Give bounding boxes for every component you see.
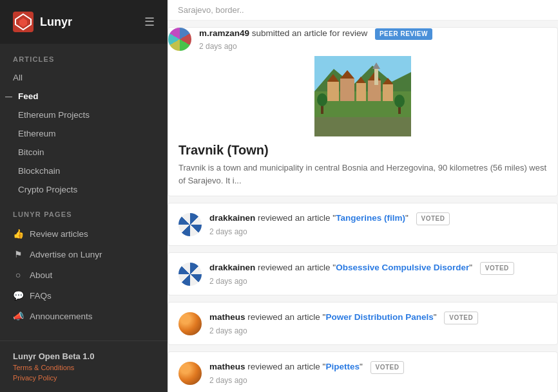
lunyr-logo-icon bbox=[13, 12, 34, 32]
sidebar-item-announcements[interactable]: 📣 Announcements bbox=[0, 306, 168, 326]
article-link-4[interactable]: Power Distribution Panels bbox=[325, 312, 433, 322]
flag-icon: ⚑ bbox=[13, 249, 23, 259]
terms-link[interactable]: Terms & Conditions bbox=[13, 364, 155, 371]
svg-rect-10 bbox=[383, 84, 393, 101]
svg-point-22 bbox=[394, 95, 405, 107]
chat-icon: ○ bbox=[13, 270, 23, 280]
articles-section-label: ARTICLES bbox=[0, 44, 168, 68]
avatar-matheus-1 bbox=[178, 312, 202, 335]
activity-time-4: 2 days ago bbox=[209, 326, 547, 335]
activity-card-3: drakkainen reviewed an article "Obsessiv… bbox=[168, 252, 558, 295]
svg-point-20 bbox=[317, 93, 327, 106]
app-name: Lunyr bbox=[40, 15, 72, 29]
sidebar-item-all[interactable]: All bbox=[0, 68, 168, 87]
travnik-image bbox=[314, 56, 411, 136]
username-4: matheus bbox=[209, 312, 245, 322]
username-1: m.ramzan49 bbox=[199, 28, 249, 38]
sidebar-item-faqs[interactable]: 💬 FAQs bbox=[0, 285, 168, 306]
faq-icon: 💬 bbox=[13, 290, 23, 301]
activity-meta-2: drakkainen reviewed an article "Tangerin… bbox=[209, 212, 547, 236]
sidebar-item-blockchain[interactable]: Blockchain bbox=[0, 162, 168, 180]
sidebar-item-bitcoin[interactable]: Bitcoin bbox=[0, 143, 168, 162]
sidebar-logo: Lunyr bbox=[13, 12, 72, 32]
badge-voted-4: VOTED bbox=[444, 312, 478, 324]
svg-rect-6 bbox=[327, 82, 339, 101]
activity-time-1: 2 days ago bbox=[199, 42, 557, 51]
privacy-link[interactable]: Privacy Policy bbox=[13, 374, 155, 382]
sidebar-item-review[interactable]: 👍 Review articles bbox=[0, 223, 168, 244]
activity-meta-3: drakkainen reviewed an article "Obsessiv… bbox=[209, 262, 547, 286]
article-link-2[interactable]: Tangerines (film) bbox=[336, 213, 405, 223]
badge-voted-2: VOTED bbox=[416, 212, 450, 225]
article-image-container bbox=[168, 56, 557, 143]
activity-card-2: drakkainen reviewed an article "Tangerin… bbox=[168, 203, 558, 246]
activity-text-5: matheus reviewed an article "Pipettes" V… bbox=[209, 361, 547, 374]
svg-rect-16 bbox=[374, 69, 378, 85]
username-5: matheus bbox=[209, 362, 245, 371]
username-3: drakkainen bbox=[209, 263, 255, 272]
activity-meta-5: matheus reviewed an article "Pipettes" V… bbox=[209, 361, 547, 385]
article-description: Travnik is a town and municipality in ce… bbox=[178, 162, 547, 187]
activity-meta-4: matheus reviewed an article "Power Distr… bbox=[209, 312, 547, 335]
badge-voted-5: VOTED bbox=[370, 361, 405, 374]
activity-text-1: m.ramzan49 submitted an article for revi… bbox=[199, 28, 557, 40]
sidebar: Lunyr ☰ ARTICLES All Feed Ethereum Proje… bbox=[0, 0, 168, 392]
sidebar-item-about[interactable]: ○ About bbox=[0, 265, 168, 285]
activity-text-2: drakkainen reviewed an article "Tangerin… bbox=[209, 212, 547, 225]
activity-card-5: matheus reviewed an article "Pipettes" V… bbox=[168, 351, 558, 392]
activity-time-5: 2 days ago bbox=[209, 376, 547, 385]
announcements-icon: 📣 bbox=[13, 311, 23, 321]
badge-voted-3: VOTED bbox=[480, 262, 514, 275]
activity-text-4: matheus reviewed an article "Power Distr… bbox=[209, 312, 547, 324]
main-content: Sarajevo, border.. m.ramzan49 submitted … bbox=[168, 0, 558, 392]
sidebar-header: Lunyr ☰ bbox=[0, 0, 168, 44]
svg-rect-18 bbox=[314, 117, 411, 136]
sidebar-footer: Lunyr Open Beta 1.0 Terms & Conditions P… bbox=[0, 341, 168, 392]
badge-peer-review: PEER REVIEW bbox=[375, 28, 432, 40]
activity-meta-1: m.ramzan49 submitted an article for revi… bbox=[199, 28, 557, 51]
article-title[interactable]: Travnik (Town) bbox=[178, 143, 547, 158]
activity-card-4: matheus reviewed an article "Power Distr… bbox=[168, 302, 558, 345]
avatar-drakkainen-2 bbox=[178, 263, 202, 286]
sidebar-item-ethereum-projects[interactable]: Ethereum Projects bbox=[0, 106, 168, 124]
avatar-drakkainen-1 bbox=[178, 213, 202, 236]
article-link-3[interactable]: Obsessive Compulsive Disorder bbox=[336, 263, 469, 272]
sidebar-item-feed[interactable]: Feed bbox=[0, 87, 168, 106]
svg-rect-8 bbox=[356, 83, 366, 101]
version-label: Lunyr Open Beta 1.0 bbox=[13, 351, 155, 361]
hamburger-menu[interactable]: ☰ bbox=[144, 15, 155, 29]
sidebar-item-advertise[interactable]: ⚑ Advertise on Lunyr bbox=[0, 244, 168, 265]
lunyr-pages-label: LUNYR PAGES bbox=[0, 199, 168, 223]
activity-time-2: 2 days ago bbox=[209, 227, 547, 236]
svg-rect-7 bbox=[340, 79, 354, 101]
sidebar-item-crypto-projects[interactable]: Crypto Projects bbox=[0, 180, 168, 199]
thumbsup-icon: 👍 bbox=[13, 229, 23, 239]
activity-card-1: m.ramzan49 submitted an article for revi… bbox=[168, 27, 558, 196]
activity-header-1: m.ramzan49 submitted an article for revi… bbox=[168, 28, 557, 51]
sidebar-item-ethereum[interactable]: Ethereum bbox=[0, 124, 168, 143]
avatar-mramzan bbox=[168, 28, 191, 51]
activity-text-3: drakkainen reviewed an article "Obsessiv… bbox=[209, 262, 547, 275]
article-link-5[interactable]: Pipettes bbox=[325, 362, 360, 371]
activity-time-3: 2 days ago bbox=[209, 277, 547, 286]
scroll-indicator: Sarajevo, border.. bbox=[168, 0, 558, 21]
avatar-matheus-2 bbox=[178, 362, 202, 385]
username-2: drakkainen bbox=[209, 213, 255, 223]
